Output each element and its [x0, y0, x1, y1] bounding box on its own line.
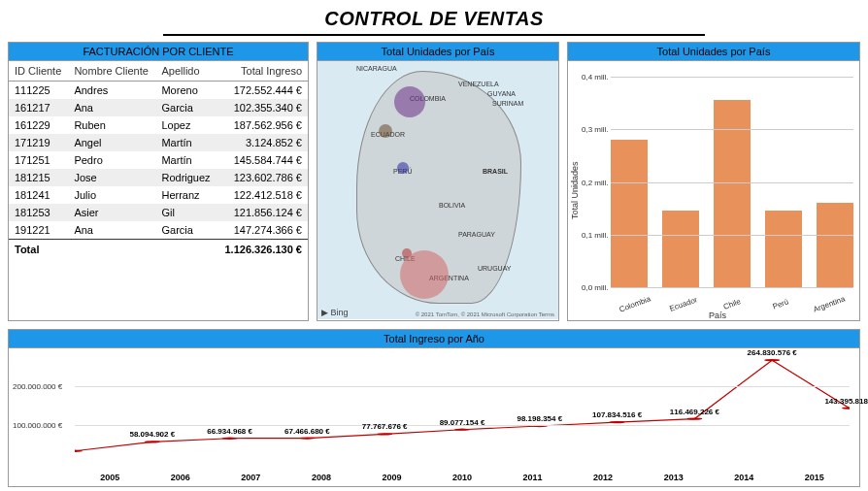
cell-nombre: Ana — [68, 221, 155, 240]
cell-ingreso: 3.124.852 € — [217, 134, 308, 151]
bar-xlabel: País — [582, 311, 853, 320]
cell-nombre: Pedro — [68, 151, 155, 169]
line-point-label: 116.469.226 € — [670, 408, 719, 416]
line-xtick: 2010 — [427, 473, 498, 482]
cell-nombre: Julio — [68, 186, 155, 204]
svg-point-9 — [764, 359, 780, 361]
col-ingreso: Total Ingreso — [217, 61, 308, 82]
cell-id: 181215 — [9, 169, 68, 186]
mapa-header: Total Unidades por País — [317, 43, 558, 61]
line-xtick: 2012 — [568, 473, 639, 482]
country-label-uruguay: URUGUAY — [478, 265, 511, 272]
line-point-label: 89.077.154 € — [440, 418, 485, 427]
cell-nombre: Angel — [68, 134, 155, 151]
table-row[interactable]: 171251PedroMartín145.584.744 € — [9, 151, 308, 169]
table-row[interactable]: 191221AnaGarcia147.274.366 € — [9, 221, 308, 240]
facturacion-table: ID Cliente Nombre Cliente Apellido Total… — [9, 61, 308, 259]
country-label-surinam: SURINAM — [492, 100, 523, 107]
map-body[interactable]: NICARAGUAVENEZUELACOLOMBIAGUYANASURINAME… — [317, 61, 558, 319]
cell-id: 181253 — [9, 204, 68, 221]
cell-nombre: Ana — [68, 99, 155, 116]
bubble-argentina[interactable] — [400, 250, 449, 299]
line-point-label: 143.395.818 € — [824, 397, 868, 406]
cell-apellido: Garcia — [155, 221, 217, 240]
bar-ylabel: Total Unidades — [568, 61, 582, 320]
cell-id: 171219 — [9, 134, 68, 151]
line-ytick: 100.000.000 € — [13, 421, 62, 430]
col-id: ID Cliente — [9, 61, 68, 82]
cell-id: 161229 — [9, 116, 68, 134]
dashboard: CONTROL DE VENTAS FACTURACIÓN POR CLIENT… — [0, 0, 868, 491]
table-row[interactable]: 161217AnaGarcia102.355.340 € — [9, 99, 308, 116]
bar-argentina[interactable] — [817, 203, 853, 287]
table-header-row: ID Cliente Nombre Cliente Apellido Total… — [9, 61, 308, 82]
bar-ytick: 0,4 mill. — [582, 73, 609, 82]
cell-apellido: Herranz — [155, 186, 217, 204]
table-row[interactable]: 161229RubenLopez187.562.956 € — [9, 116, 308, 134]
svg-point-1 — [145, 441, 160, 442]
bar-ytick: 0,2 mill. — [582, 178, 609, 186]
col-apellido: Apellido — [155, 61, 217, 82]
line-xtick: 2009 — [356, 473, 427, 482]
svg-point-5 — [454, 429, 470, 431]
bar-ytick: 0,1 mill. — [582, 230, 609, 239]
facturacion-header: FACTURACIÓN POR CLIENTE — [9, 43, 308, 61]
country-label-brasil: BRASIL — [483, 168, 508, 175]
bar-perú[interactable] — [765, 211, 802, 287]
line-xtick: 2005 — [75, 473, 146, 482]
bubble-colombia[interactable] — [394, 86, 425, 117]
barchart-header: Total Unidades por País — [568, 43, 859, 61]
cell-id: 171251 — [9, 151, 68, 169]
cell-ingreso: 123.602.786 € — [217, 169, 308, 186]
cell-ingreso: 121.856.124 € — [217, 204, 308, 221]
line-xtick: 2011 — [497, 473, 568, 482]
page-title: CONTROL DE VENTAS — [8, 4, 860, 42]
cell-ingreso: 147.274.366 € — [217, 221, 308, 240]
svg-point-3 — [299, 437, 315, 439]
barchart-panel: Total Unidades por País Total Unidades C… — [567, 42, 860, 321]
cell-nombre: Asier — [68, 204, 155, 221]
cell-apellido: Lopez — [155, 116, 217, 134]
line-xtick: 2015 — [779, 473, 850, 482]
top-row: FACTURACIÓN POR CLIENTE ID Cliente Nombr… — [8, 42, 860, 321]
table-row[interactable]: 181215JoseRodriguez123.602.786 € — [9, 169, 308, 186]
table-row[interactable]: 181253AsierGil121.856.124 € — [9, 204, 308, 221]
line-point-label: 58.094.902 € — [129, 431, 175, 440]
line-xtick: 2006 — [146, 473, 217, 482]
cell-ingreso: 122.412.518 € — [217, 186, 308, 204]
cell-id: 111225 — [9, 82, 68, 100]
bar-colombia[interactable] — [611, 140, 648, 287]
line-point-label: 67.466.680 € — [284, 427, 330, 436]
cell-apellido: Martín — [155, 134, 217, 151]
bar-ytick: 0,3 mill. — [582, 125, 609, 134]
bubble-ecuador[interactable] — [379, 124, 392, 138]
line-xtick: 2013 — [638, 473, 709, 482]
bubble-perú[interactable] — [397, 162, 409, 174]
country-label-venezuela: VENEZUELA — [458, 81, 499, 87]
linechart-panel: Total Ingreso por Año 200520062007200820… — [8, 329, 860, 487]
line-point-label: 98.198.354 € — [517, 414, 562, 423]
svg-point-10 — [842, 407, 850, 409]
mapa-panel: Total Unidades por País NICARAGUAVENEZUE… — [317, 42, 559, 321]
cell-apellido: Garcia — [155, 99, 217, 116]
cell-id: 161217 — [9, 99, 68, 116]
cell-nombre: Jose — [68, 169, 155, 186]
cell-ingreso: 187.562.956 € — [217, 116, 308, 134]
total-label: Total — [9, 240, 68, 260]
table-row[interactable]: 171219AngelMartín3.124.852 € — [9, 134, 308, 151]
cell-apellido: Gil — [155, 204, 217, 221]
line-point-label: 77.767.676 € — [362, 423, 408, 432]
table-row[interactable]: 181241JulioHerranz122.412.518 € — [9, 186, 308, 204]
country-label-paraguay: PARAGUAY — [458, 231, 495, 238]
cell-id: 181241 — [9, 186, 68, 204]
bar-plot[interactable]: ColombiaEcuadorChilePerúArgentina País 0… — [582, 67, 853, 320]
line-point-label: 66.934.968 € — [207, 427, 252, 436]
country-label-guyana: GUYANA — [487, 90, 516, 97]
bing-logo: ▶ Bing — [321, 308, 349, 317]
line-xtick: 2007 — [216, 473, 286, 482]
cell-apellido: Rodriguez — [155, 169, 217, 186]
table-row[interactable]: 111225AndresMoreno172.552.444 € — [9, 82, 308, 100]
bing-copyright: © 2021 TomTom, © 2021 Microsoft Corporat… — [416, 311, 554, 317]
linechart-body[interactable]: 2005200620072008200920102011201220132014… — [9, 348, 859, 486]
bar-ecuador[interactable] — [662, 211, 699, 287]
